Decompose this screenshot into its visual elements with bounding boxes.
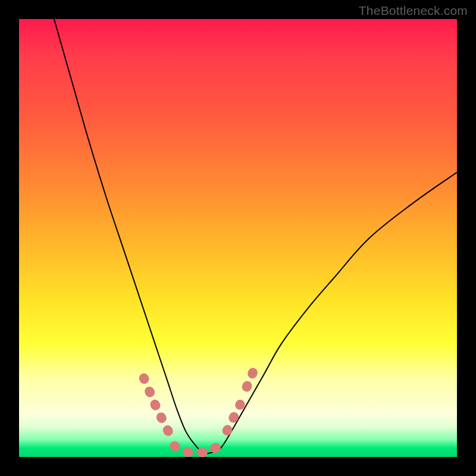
plot-area [19,19,457,457]
curve-layer [54,19,457,453]
chart-stage: TheBottleneck.com [0,0,476,476]
bottleneck-curve [54,19,457,453]
chart-svg [19,19,457,457]
highlight-segment-0 [144,378,170,436]
watermark-text: TheBottleneck.com [359,4,468,18]
highlight-segment-3 [247,371,253,387]
highlight-layer [144,371,253,452]
